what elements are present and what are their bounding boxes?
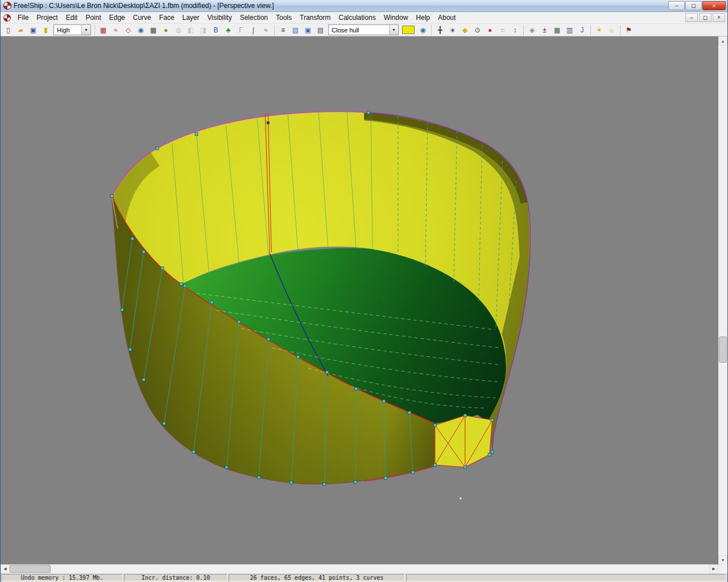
control-point[interactable]	[433, 424, 436, 427]
layer-color-swatch[interactable]	[402, 26, 415, 34]
lamp-edit-icon[interactable]: ☼	[606, 24, 618, 36]
precision-combo-dropdown-arrow-icon[interactable]: ▼	[81, 25, 90, 35]
hatch-icon[interactable]: ≡	[277, 24, 289, 36]
title-bar[interactable]: Free!Ship : C:\Users\Le Bron Nick\Deskto…	[1, 0, 727, 12]
control-point[interactable]	[290, 481, 293, 484]
grid-icon[interactable]: ▦	[147, 24, 159, 36]
control-point[interactable]	[192, 451, 195, 454]
control-curves-icon[interactable]: ≈	[110, 24, 122, 36]
control-net-icon[interactable]: ◇	[122, 24, 134, 36]
control-point[interactable]	[382, 400, 385, 403]
control-point[interactable]	[131, 238, 134, 240]
menu-item-visibility[interactable]: Visibility	[204, 13, 236, 23]
control-point[interactable]	[355, 388, 358, 390]
control-point[interactable]	[225, 466, 228, 469]
menu-item-selection[interactable]: Selection	[236, 13, 272, 23]
control-point[interactable]	[384, 477, 387, 480]
menu-item-point[interactable]: Point	[81, 13, 105, 23]
menu-item-transform[interactable]: Transform	[296, 13, 334, 23]
background-image-icon[interactable]: B	[210, 24, 222, 36]
new-file-icon[interactable]: ▯	[2, 24, 14, 36]
maximize-button[interactable]: ◻	[685, 1, 702, 10]
menu-item-tools[interactable]: Tools	[272, 13, 296, 23]
control-point[interactable]	[184, 285, 187, 288]
mdi-minimize-button[interactable]: –	[685, 13, 698, 22]
notes-table-icon[interactable]: ▥	[564, 24, 576, 36]
control-point[interactable]	[326, 371, 329, 374]
control-point[interactable]	[238, 321, 241, 323]
project-point-icon[interactable]: ◆	[459, 24, 471, 36]
menu-item-window[interactable]: Window	[380, 13, 412, 23]
flag-icon[interactable]: ⚑	[623, 24, 635, 36]
control-point[interactable]	[195, 133, 198, 136]
globe-icon[interactable]: ◉	[417, 24, 429, 36]
check-model-icon[interactable]: ◈	[526, 24, 538, 36]
menu-item-calculations[interactable]: Calculations	[334, 13, 379, 23]
envmap-icon[interactable]: ▨	[289, 24, 301, 36]
control-point[interactable]	[161, 267, 164, 270]
control-point[interactable]	[142, 251, 145, 253]
horizontal-scroll-track[interactable]	[10, 564, 709, 573]
scroll-right-arrow[interactable]: ▶	[709, 564, 718, 573]
monitor-view-icon[interactable]: ▣	[302, 24, 314, 36]
control-point[interactable]	[323, 483, 326, 486]
hydrostatics-table-icon[interactable]: ▦	[551, 24, 563, 36]
remove-negative-icon[interactable]: ±	[539, 24, 551, 36]
scroll-down-arrow[interactable]: ▼	[718, 555, 727, 564]
control-point[interactable]	[267, 122, 270, 124]
control-point[interactable]	[491, 451, 494, 454]
curvature-plot-icon[interactable]: ≈	[260, 24, 272, 36]
mdi-restore-button[interactable]: ◻	[699, 13, 712, 22]
menu-item-layer[interactable]: Layer	[178, 13, 203, 23]
menu-item-file[interactable]: File	[14, 13, 32, 23]
control-point[interactable]	[354, 481, 357, 484]
control-point[interactable]	[180, 283, 183, 286]
scroll-left-arrow[interactable]: ◀	[1, 564, 10, 573]
spline-icon[interactable]: J	[576, 24, 588, 36]
control-point[interactable]	[408, 411, 411, 414]
control-point[interactable]	[267, 338, 270, 341]
both-sides-icon[interactable]: ◉	[135, 24, 147, 36]
interior-edges-icon[interactable]: ▦	[97, 24, 109, 36]
menu-item-curve[interactable]: Curve	[129, 13, 155, 23]
vertical-scrollbar[interactable]: ▲ ▼	[718, 36, 727, 564]
control-point[interactable]	[460, 498, 461, 500]
insert-point-icon[interactable]: ∗	[446, 24, 458, 36]
menu-item-edge[interactable]: Edge	[105, 13, 129, 23]
control-point[interactable]	[491, 419, 494, 422]
control-point[interactable]	[121, 309, 123, 311]
crane-icon[interactable]: Γ	[235, 24, 247, 36]
vertical-scroll-thumb[interactable]	[719, 336, 727, 363]
control-point[interactable]	[464, 466, 466, 469]
transom-face[interactable]	[435, 415, 493, 467]
horizontal-scroll-thumb[interactable]	[10, 565, 51, 573]
control-point[interactable]	[464, 414, 466, 417]
control-point[interactable]	[210, 301, 213, 304]
menu-item-face[interactable]: Face	[155, 13, 179, 23]
control-point[interactable]	[258, 476, 260, 479]
export-file-icon[interactable]: ▮	[40, 24, 52, 36]
control-point[interactable]	[110, 195, 113, 198]
control-point[interactable]	[163, 422, 166, 425]
move-point-icon[interactable]: ╋	[434, 24, 446, 36]
lock-point-icon[interactable]: ●	[484, 24, 496, 36]
control-point[interactable]	[129, 348, 131, 351]
control-point[interactable]	[488, 454, 491, 456]
hull-display-combo[interactable]: Close hull▼	[328, 24, 399, 35]
save-file-icon[interactable]: ▣	[27, 24, 39, 36]
hull-display-combo-dropdown-arrow-icon[interactable]: ▼	[389, 25, 398, 35]
open-file-icon[interactable]: ▰	[15, 24, 27, 36]
align-points-icon[interactable]: ↕	[509, 24, 521, 36]
perspective-viewport[interactable]	[1, 36, 718, 564]
control-point[interactable]	[433, 464, 436, 467]
locate-point-icon[interactable]: ⊙	[471, 24, 483, 36]
control-point[interactable]	[411, 471, 414, 474]
control-point[interactable]	[142, 379, 145, 381]
child-window-icon[interactable]	[3, 14, 11, 22]
wireframe-icon[interactable]: ▤	[315, 24, 326, 36]
vertical-scroll-track[interactable]	[718, 45, 727, 555]
control-point[interactable]	[297, 356, 300, 359]
markers-icon[interactable]: ♣	[222, 24, 234, 36]
control-point[interactable]	[156, 147, 159, 150]
menu-item-about[interactable]: About	[434, 13, 460, 23]
